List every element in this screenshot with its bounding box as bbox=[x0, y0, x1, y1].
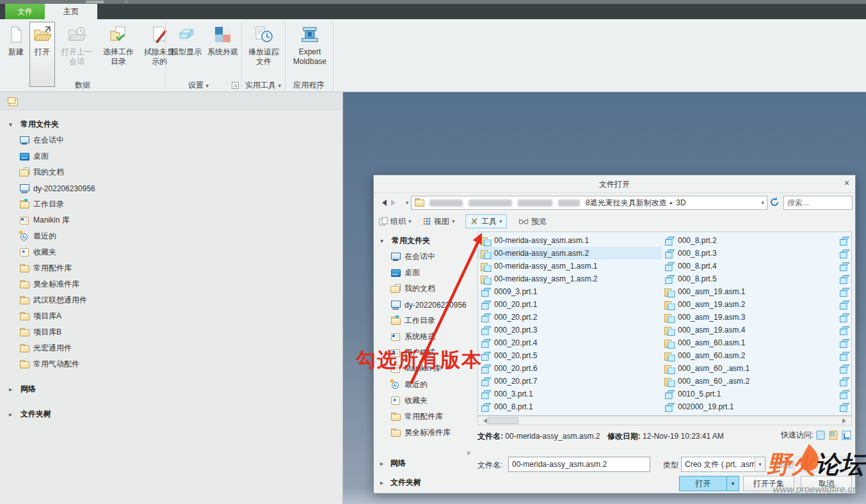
preview-toggle[interactable]: 预览 bbox=[518, 214, 547, 228]
file-item[interactable]: 000_asm_60.asm.1 bbox=[662, 336, 846, 349]
file-item[interactable] bbox=[837, 234, 852, 247]
expert-moldbase-button[interactable]: Expert Moldbase bbox=[287, 22, 333, 87]
quick-access-assembly-icon[interactable] bbox=[829, 430, 839, 441]
file-item[interactable]: 000_asm_19.asm.3 bbox=[662, 311, 846, 324]
file-item[interactable] bbox=[837, 349, 852, 362]
file-item[interactable] bbox=[837, 362, 852, 375]
file-item[interactable]: 0010_5.prt.1 bbox=[662, 388, 846, 400]
sidebar-item[interactable]: 项目库A bbox=[0, 308, 342, 324]
file-item[interactable] bbox=[837, 388, 852, 400]
file-item[interactable]: 000_8.prt.3 bbox=[662, 247, 846, 260]
model-display-button[interactable]: 模型显示 bbox=[168, 22, 205, 87]
path-tail[interactable]: 8遮光麦拉夹具新制改造 bbox=[586, 198, 667, 209]
group-label-utilities[interactable]: 实用工具 ▾ bbox=[241, 80, 285, 90]
tree-item[interactable]: 系统格式 bbox=[376, 329, 477, 345]
tree-item[interactable]: 在会话中 bbox=[376, 249, 477, 265]
search-input[interactable] bbox=[783, 196, 853, 210]
path-dropdown-icon[interactable]: ▾ bbox=[761, 200, 764, 206]
sidebar-item[interactable]: 项目库B bbox=[0, 324, 342, 340]
scroll-left-icon[interactable] bbox=[481, 418, 487, 423]
file-item[interactable]: 000_asm_60_.asm.1 bbox=[662, 362, 846, 375]
file-item[interactable]: 000_8.prt.1 bbox=[478, 400, 662, 413]
sidebar-item[interactable]: 在会话中 bbox=[0, 132, 342, 148]
file-item[interactable]: 000_20.prt.6 bbox=[478, 362, 662, 375]
views-menu[interactable]: 视图▾ bbox=[422, 214, 455, 228]
tree-network[interactable]: 网络 bbox=[380, 458, 406, 469]
file-item[interactable]: 000_8.prt.2 bbox=[662, 234, 846, 247]
file-item[interactable]: 000_asm_19.asm.2 bbox=[662, 298, 846, 311]
file-item[interactable]: 000_20.prt.7 bbox=[478, 375, 662, 388]
system-appearance-button[interactable]: 系统外观 bbox=[205, 22, 241, 87]
back-button[interactable] bbox=[377, 197, 389, 209]
tab-file[interactable]: 文件 bbox=[5, 4, 45, 19]
close-icon[interactable]: × bbox=[841, 178, 853, 191]
file-item[interactable]: 000_3.prt.1 bbox=[478, 388, 662, 400]
sidebar-item[interactable]: 工作目录 bbox=[0, 196, 342, 212]
quick-access-drawing-icon[interactable] bbox=[842, 430, 852, 441]
tools-menu[interactable]: 工具▾ bbox=[465, 214, 507, 228]
organize-menu[interactable]: 组织▾ bbox=[379, 214, 412, 228]
path-breadcrumb[interactable]: 8遮光麦拉夹具新制改造 ▸ 3D ▾ bbox=[411, 196, 767, 210]
file-item[interactable] bbox=[837, 298, 852, 311]
tree-item[interactable]: 常用配件库 bbox=[376, 409, 477, 425]
tree-folder-tree[interactable]: 文件夹树 bbox=[380, 477, 421, 488]
file-item[interactable]: 000_20.prt.3 bbox=[478, 324, 662, 336]
open-button[interactable]: 打开 bbox=[29, 22, 55, 87]
file-item[interactable]: 000_20.prt.5 bbox=[478, 349, 662, 362]
tree-item[interactable]: 桌面 bbox=[376, 265, 477, 281]
file-item[interactable] bbox=[837, 285, 852, 298]
file-item[interactable]: 000_20.prt.1 bbox=[478, 298, 662, 311]
tree-item[interactable]: 我的文档 bbox=[376, 281, 477, 297]
sidebar-item[interactable]: 常用配件库 bbox=[0, 260, 342, 276]
sidebar-item[interactable]: dy-202206230956 bbox=[0, 180, 342, 196]
sidebar-item[interactable]: Manikin 库 bbox=[0, 212, 342, 228]
sidebar-item[interactable]: 常用文件夹 bbox=[0, 116, 342, 132]
select-caret-icon[interactable]: ▾ bbox=[755, 457, 765, 471]
file-item[interactable] bbox=[837, 336, 852, 349]
group-label-settings[interactable]: 设置 ▾ bbox=[165, 80, 232, 90]
select-working-directory-button[interactable]: 选择工作 目录 bbox=[99, 22, 138, 87]
tree-item[interactable]: 最近的 bbox=[376, 377, 477, 393]
file-item[interactable]: 0009_3.prt.1 bbox=[478, 285, 662, 298]
refresh-button[interactable] bbox=[769, 196, 782, 209]
tree-item[interactable]: 常用文件夹 bbox=[376, 233, 477, 249]
file-item[interactable]: 00-merida-assy_asm_1.asm.2 bbox=[478, 272, 662, 285]
file-item[interactable] bbox=[837, 272, 852, 285]
file-item[interactable]: 00-merida-assy_asm_1.asm.1 bbox=[478, 260, 662, 272]
tree-item[interactable]: 收藏夹 bbox=[376, 393, 477, 409]
sidebar-item[interactable]: 收藏夹 bbox=[0, 244, 342, 260]
tab-home[interactable]: 主页 bbox=[45, 4, 97, 19]
horizontal-scrollbar[interactable] bbox=[477, 416, 852, 425]
sidebar-item[interactable]: 最近的 bbox=[0, 228, 342, 244]
file-item[interactable] bbox=[837, 324, 852, 336]
sidebar-item[interactable]: 常用气动配件 bbox=[0, 356, 342, 372]
file-item[interactable]: 000_asm_19.asm.4 bbox=[662, 324, 846, 336]
tree-more-chevron-icon[interactable]: » bbox=[465, 451, 473, 455]
file-item[interactable] bbox=[837, 247, 852, 260]
sidebar-item[interactable]: 桌面 bbox=[0, 148, 342, 164]
path-leaf[interactable]: 3D bbox=[676, 198, 686, 207]
filename-input[interactable] bbox=[508, 457, 650, 472]
new-button[interactable]: 新建 bbox=[5, 22, 27, 87]
tree-item[interactable]: 工作目录 bbox=[376, 313, 477, 329]
tree-item[interactable]: 昊全标准件库 bbox=[376, 425, 477, 441]
file-item[interactable]: 000_asm_60_.asm.2 bbox=[662, 375, 846, 388]
file-item[interactable] bbox=[837, 311, 852, 324]
sidebar-item[interactable]: 武汉联想通用件 bbox=[0, 292, 342, 308]
file-item[interactable] bbox=[837, 375, 852, 388]
play-trail-file-button[interactable]: 播放追踪 文件 bbox=[243, 22, 284, 87]
open-confirm-button[interactable]: 打开 bbox=[679, 476, 727, 491]
file-item[interactable]: 00-merida-assy_asm.asm.1 bbox=[478, 234, 662, 247]
sidebar-item[interactable]: 光宏通用件 bbox=[0, 340, 342, 356]
sidebar-item[interactable]: 文件夹树 bbox=[0, 406, 342, 422]
tree-item[interactable]: dy-202206230956 bbox=[376, 297, 477, 313]
file-item[interactable] bbox=[837, 260, 852, 272]
file-item[interactable]: 000_asm_19.asm.1 bbox=[662, 285, 846, 298]
scrollbar-thumb[interactable] bbox=[488, 417, 518, 424]
sidebar-item[interactable]: 网络 bbox=[0, 381, 342, 397]
forward-button[interactable] bbox=[389, 197, 401, 209]
file-item[interactable]: 002000_19.prt.1 bbox=[662, 400, 846, 413]
sidebar-item[interactable]: 昊全标准件库 bbox=[0, 276, 342, 292]
file-item[interactable] bbox=[837, 400, 852, 413]
type-select[interactable]: Creo 文件 (.prt, .asm ▾ bbox=[681, 457, 766, 472]
